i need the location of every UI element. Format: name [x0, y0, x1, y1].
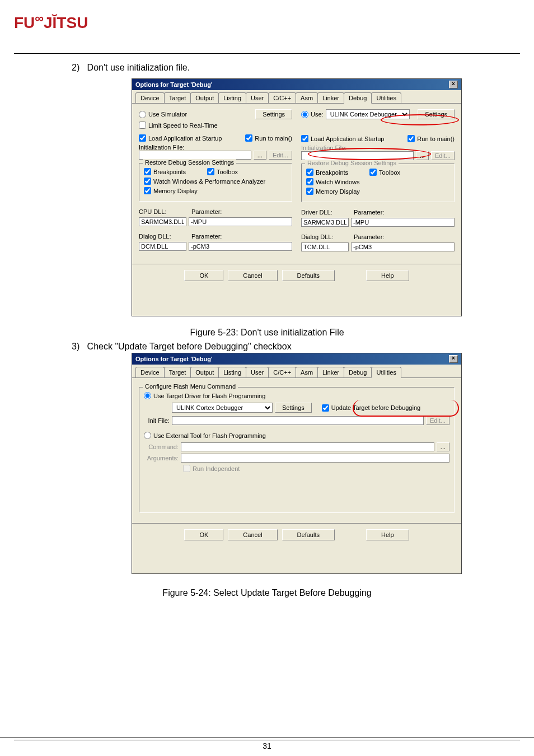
use-simulator-label: Use Simulator — [148, 111, 187, 118]
memory-checkbox[interactable] — [144, 187, 151, 194]
cpu-dll-input[interactable] — [139, 217, 186, 226]
flash-settings-button[interactable]: Settings — [275, 403, 312, 413]
edit-button[interactable]: Edit... — [269, 151, 292, 160]
options-dialog-utilities: Options for Target 'Debug' × Device Targ… — [132, 353, 462, 574]
tab-target[interactable]: Target — [164, 92, 191, 103]
command-browse-button[interactable]: ... — [437, 442, 449, 451]
tab-listing[interactable]: Listing — [218, 92, 246, 103]
logo: FU∞FUJITSUJĬTSU — [14, 11, 88, 32]
init-file-input-left[interactable] — [139, 151, 251, 160]
dialog-dll-input-r[interactable] — [301, 242, 349, 251]
cpu-param-input[interactable] — [189, 217, 292, 226]
tab-utilities-2[interactable]: Utilities — [371, 367, 401, 378]
tab-strip-2: Device Target Output Listing User C/C++ … — [132, 365, 461, 378]
run-to-main-checkbox-right[interactable] — [407, 135, 415, 142]
close-icon-2[interactable]: × — [449, 355, 458, 363]
tab-linker[interactable]: Linker — [317, 92, 344, 103]
dialog-buttons: OK Cancel Defaults Help — [132, 264, 461, 284]
tab-asm[interactable]: Asm — [296, 92, 318, 103]
simulator-panel: Use Simulator Settings Limit Speed to Re… — [139, 109, 292, 254]
tab-cpp[interactable]: C/C++ — [268, 92, 296, 103]
cancel-button-2[interactable]: Cancel — [228, 529, 277, 540]
flash-debugger-select[interactable]: ULINK Cortex Debugger — [172, 403, 273, 413]
tab-utilities[interactable]: Utilities — [371, 92, 401, 103]
defaults-button-2[interactable]: Defaults — [282, 529, 335, 540]
dialog-param-input[interactable] — [189, 242, 292, 251]
tab-user-2[interactable]: User — [246, 367, 269, 377]
debugger-select[interactable]: ULINK Cortex Debugger — [326, 109, 410, 119]
dialog-title-2: Options for Target 'Debug' — [135, 356, 213, 362]
dialog-dll-input[interactable] — [139, 242, 186, 251]
tab-strip: Device Target Output Listing User C/C++ … — [132, 90, 461, 104]
restore-settings-group-left: Restore Debug Session Settings Breakpoin… — [139, 163, 292, 202]
load-app-checkbox-right[interactable] — [301, 135, 308, 142]
defaults-button[interactable]: Defaults — [282, 270, 335, 281]
init-file-label: Initialization File: — [139, 144, 292, 151]
tab-cpp-2[interactable]: C/C++ — [268, 367, 296, 377]
limit-speed-label: Limit Speed to Real-Time — [148, 122, 218, 129]
figure-caption-1: Figure 5-23: Don't use initialization Fi… — [0, 328, 534, 338]
debugger-panel: Use: ULINK Cortex Debugger Settings Load… — [301, 109, 455, 254]
close-icon[interactable]: × — [449, 81, 458, 88]
tab-debug[interactable]: Debug — [344, 92, 372, 104]
step-3: 3) Check "Update Target before Debugging… — [72, 342, 292, 352]
options-dialog-debug: Options for Target 'Debug' × Device Targ… — [132, 78, 462, 316]
use-label: Use: — [311, 111, 324, 118]
breakpoints-checkbox-r[interactable] — [306, 169, 313, 176]
load-app-label: Load Application at Startup — [148, 135, 222, 142]
help-button-2[interactable]: Help — [366, 529, 409, 540]
run-to-main-checkbox-left[interactable] — [245, 134, 252, 142]
init-file-input-right[interactable] — [301, 151, 414, 160]
run-independent-checkbox — [183, 465, 190, 472]
tab-device-2[interactable]: Device — [135, 367, 165, 377]
dialog-title: Options for Target 'Debug' — [135, 81, 213, 88]
browse-button[interactable]: ... — [254, 151, 266, 160]
watch-checkbox[interactable] — [144, 178, 151, 185]
ok-button[interactable]: OK — [184, 270, 223, 281]
horizontal-rule — [14, 53, 520, 54]
use-debugger-radio[interactable] — [301, 111, 308, 118]
breakpoints-checkbox[interactable] — [144, 168, 151, 175]
highlight-oval-3 — [353, 400, 459, 417]
run-to-main-label: Run to main() — [255, 135, 292, 142]
memory-checkbox-r[interactable] — [306, 188, 313, 195]
tab-debug-2[interactable]: Debug — [344, 367, 372, 377]
tab-asm-2[interactable]: Asm — [296, 367, 318, 377]
cancel-button[interactable]: Cancel — [228, 270, 277, 281]
toolbox-checkbox-r[interactable] — [369, 169, 377, 176]
settings-button[interactable]: Settings — [255, 109, 292, 119]
flash-edit-button[interactable]: Edit... — [426, 416, 449, 425]
figure-caption-2: Figure 5-24: Select Update Target Before… — [0, 588, 534, 598]
title-bar: Options for Target 'Debug' × — [132, 79, 461, 90]
browse-button-right[interactable]: ... — [416, 151, 429, 160]
tab-user[interactable]: User — [246, 92, 269, 103]
driver-dll-input[interactable] — [301, 218, 349, 227]
tab-output-2[interactable]: Output — [190, 367, 219, 377]
command-input[interactable] — [181, 442, 434, 451]
edit-button-right[interactable]: Edit... — [431, 151, 455, 160]
load-app-checkbox-left[interactable] — [139, 134, 146, 142]
help-button[interactable]: Help — [366, 270, 409, 281]
step-2: 2) Don't use initialization file. — [72, 63, 190, 73]
tab-output[interactable]: Output — [190, 92, 219, 103]
tab-target-2[interactable]: Target — [164, 367, 191, 377]
use-target-driver-radio[interactable] — [144, 392, 151, 399]
settings-button-right[interactable]: Settings — [418, 109, 455, 119]
tab-listing-2[interactable]: Listing — [218, 367, 246, 377]
flash-init-file-input[interactable] — [172, 416, 424, 425]
dialog-buttons-2: OK Cancel Defaults Help — [132, 523, 461, 544]
page-number: 31 — [0, 738, 534, 750]
restore-settings-group-right: Restore Debug Session Settings Breakpoin… — [301, 164, 455, 202]
tab-device[interactable]: Device — [135, 92, 165, 103]
use-external-radio[interactable] — [144, 432, 151, 439]
tab-linker-2[interactable]: Linker — [317, 367, 344, 377]
arguments-input[interactable] — [181, 454, 449, 463]
watch-checkbox-r[interactable] — [306, 178, 313, 185]
toolbox-checkbox[interactable] — [207, 168, 214, 175]
update-target-checkbox[interactable] — [322, 404, 329, 412]
dialog-param-input-r[interactable] — [351, 242, 455, 251]
driver-param-input[interactable] — [351, 218, 455, 227]
ok-button-2[interactable]: OK — [184, 529, 223, 540]
use-simulator-radio[interactable] — [139, 111, 146, 118]
limit-speed-checkbox[interactable] — [139, 122, 146, 129]
